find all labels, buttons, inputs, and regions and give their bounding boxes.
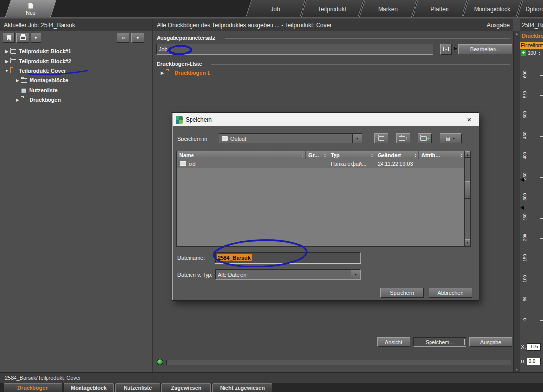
dialog-cancel-button[interactable]: Abbrechen — [429, 288, 472, 298]
up-one-level-button[interactable]: ↑ — [396, 133, 410, 143]
tree-item-montagebloecke[interactable]: ▶ Montageblöcke — [0, 76, 152, 85]
param-set-field[interactable]: Job... — [156, 44, 433, 55]
expand-arrow-icon[interactable]: ▶ — [15, 78, 20, 83]
parameter-list-icon: ▸ — [443, 47, 449, 51]
column-modified[interactable]: Geändert▲▼ — [375, 151, 419, 159]
top-toolbar: Neu Job Teilprodukt Marken Platten Monta… — [0, 0, 543, 18]
main-panel-header: Alle Druckbögen des Teilproduktes ausgeb… — [153, 19, 513, 31]
sort-icon[interactable]: ▲▼ — [371, 153, 375, 157]
column-size[interactable]: Gr...▲▼ — [306, 151, 328, 159]
bookmark-button[interactable] — [3, 33, 15, 43]
chevron-down-icon[interactable]: ▼ — [352, 134, 362, 143]
spinner-arrows-icon[interactable]: ▲▼ — [538, 51, 541, 55]
view-menu-button[interactable]: ▤▼ — [440, 133, 462, 143]
tree-item-druckboegen[interactable]: ▶ Druckbögen — [0, 95, 152, 105]
location-combobox[interactable]: Output ▼ — [219, 133, 362, 143]
folder-up-icon — [399, 136, 405, 141]
status-bar: 2584_Barsuk/Teilprodukt: Cover — [0, 372, 543, 383]
chevron-down-icon[interactable]: ▼ — [351, 270, 360, 279]
column-type[interactable]: Typ▲▼ — [328, 151, 375, 159]
scroll-down-icon[interactable]: ▼ — [465, 239, 470, 246]
tree-item-cover-selected[interactable]: ▼ Teilprodukt: Cover — [0, 66, 152, 76]
recent-folder-button[interactable] — [374, 133, 388, 143]
scroll-up-icon[interactable]: ▲ — [465, 151, 470, 158]
print-button[interactable] — [16, 33, 29, 43]
param-browse-button[interactable]: ▸ — [440, 44, 452, 55]
bottom-tab-montageblock[interactable]: Montageblock — [64, 383, 114, 392]
b-value-field[interactable]: 0,0 — [527, 358, 541, 365]
expand-arrow-icon[interactable]: ▶ — [15, 98, 20, 102]
left-panel-toolbar: ▼ » ▼ — [0, 31, 152, 45]
scroll-thumb[interactable] — [465, 181, 470, 199]
scroll-down-icon[interactable]: ▼ — [515, 368, 519, 371]
group-divider — [225, 38, 510, 39]
sheet-list-item[interactable]: ▶ Druckbogen 1 — [160, 68, 210, 78]
expand-arrow-icon[interactable]: ▶ — [4, 59, 10, 63]
main-vertical-scrollbar[interactable]: ▲ ▼ — [513, 31, 520, 372]
save-button[interactable]: Speichern... — [413, 337, 466, 347]
tree-item-block2[interactable]: ▶ Teilprodukt: Block#2 — [0, 56, 152, 66]
bottom-tab-nicht-zugewiesen[interactable]: Nicht zugewiesen — [212, 383, 272, 392]
main-header-title: Alle Druckbögen des Teilproduktes ausgeb… — [157, 19, 332, 31]
tree-item-label: Montageblöcke — [30, 78, 68, 83]
collapse-arrow-icon[interactable]: ▼ — [4, 69, 10, 73]
tab-platten[interactable]: Platten — [412, 0, 467, 18]
ruler-tick — [540, 300, 543, 300]
param-group-label: Ausgabeparametersatz — [157, 35, 215, 41]
expand-arrow-icon[interactable]: ▶ — [160, 71, 165, 75]
collapse-button[interactable]: ▼ — [131, 33, 144, 43]
tree-item-label: Teilprodukt: Block#2 — [19, 58, 71, 64]
tab-teilprodukt[interactable]: Teilprodukt — [301, 0, 364, 18]
ruler-label: 450 — [522, 131, 527, 140]
tab-marken[interactable]: Marken — [359, 0, 417, 18]
tab-job[interactable]: Job — [245, 0, 305, 18]
print-options-dropdown[interactable]: ▼ — [31, 33, 41, 43]
column-name[interactable]: Name▲▼ — [177, 151, 306, 159]
tree-item-nutzenliste[interactable]: ▦ Nutzenliste — [0, 85, 152, 95]
view-mode-selector[interactable]: Einzelform — [520, 42, 543, 49]
sort-icon[interactable]: ▲▼ — [302, 153, 305, 157]
expand-all-button[interactable]: » — [117, 33, 129, 43]
folder-icon — [10, 59, 16, 63]
filename-input[interactable]: 2584_Barsuk — [215, 252, 361, 263]
tab-montageblock[interactable]: Montageblock — [463, 0, 522, 18]
view-button[interactable]: Ansicht — [377, 337, 410, 347]
table-row[interactable]: old Папка с фай... 24.11.22 19:03 — [177, 159, 464, 168]
sort-icon[interactable]: ▲▼ — [324, 153, 328, 157]
b-label: B: — [521, 359, 526, 364]
bottom-tab-zugewiesen[interactable]: Zugewiesen — [161, 383, 211, 392]
dialog-save-button[interactable]: Speichern — [380, 288, 424, 298]
new-folder-button[interactable]: + — [418, 133, 432, 143]
zoom-control[interactable]: + 100 ▲▼ — [521, 50, 541, 56]
dialog-titlebar[interactable]: Speichern × — [173, 113, 479, 126]
close-icon[interactable]: × — [463, 114, 476, 125]
zoom-fit-icon[interactable]: + — [521, 50, 526, 56]
chevron-down-icon: ▼ — [34, 36, 38, 40]
ruler-label: 550 — [522, 90, 527, 99]
flyout-arrow-icon[interactable]: ▶ — [454, 46, 457, 51]
filename-label: Dateiname: — [177, 255, 205, 261]
output-button[interactable]: Ausgabe — [469, 337, 512, 347]
x-value-field[interactable]: -116 — [527, 343, 541, 351]
edit-button[interactable]: Bearbeiten... — [458, 44, 512, 54]
scroll-up-icon[interactable]: ▲ — [515, 32, 519, 35]
column-attrib[interactable]: Attrib...▲▼ — [419, 151, 464, 159]
folder-icon — [10, 49, 16, 54]
filetype-combobox[interactable]: Alle Dateien ▼ — [215, 269, 361, 280]
print-icon — [20, 36, 26, 40]
bottom-tab-druckbogen[interactable]: Druckbogen — [4, 383, 62, 392]
neu-button[interactable]: Neu — [5, 0, 56, 18]
sort-icon[interactable]: ▲▼ — [460, 153, 464, 157]
sort-icon[interactable]: ▲▼ — [415, 153, 418, 157]
expand-arrow-icon[interactable]: ▶ — [4, 49, 10, 54]
ruler-tick — [540, 280, 543, 280]
right-panel-tab[interactable]: Druckbogen — [522, 33, 543, 39]
tree-item-block1[interactable]: ▶ Teilprodukt: Block#1 — [0, 47, 152, 56]
group-divider — [211, 64, 510, 65]
new-document-icon — [28, 3, 33, 9]
tab-optionen[interactable]: Optionen — [517, 0, 543, 18]
table-scrollbar[interactable]: ▲ ▼ — [464, 151, 471, 247]
x-label: X: — [521, 344, 526, 350]
bottom-tab-nutzenliste[interactable]: Nutzenliste — [115, 383, 160, 392]
file-modified: 24.11.22 19:03 — [378, 161, 413, 167]
